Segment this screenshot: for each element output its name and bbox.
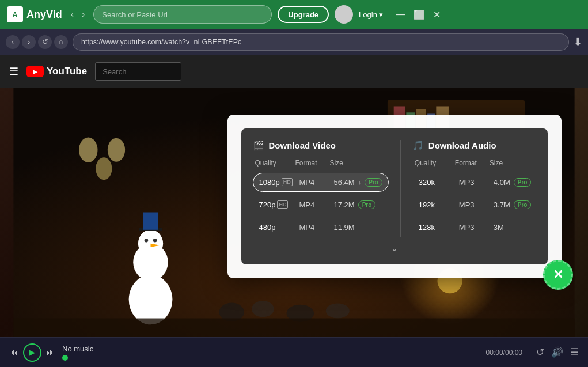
time-total: 00:00	[505, 349, 522, 357]
audio-download-rows: 320k MP3 4.0M Pro 192k MP3	[412, 173, 538, 237]
video-download-section: 🎬 Download Video Quality Format Size 108…	[253, 140, 401, 237]
url-text: https://www.youtube.com/watch?v=nLGBEETt…	[81, 38, 241, 46]
browser-bar: ‹ › ↺ ⌂ https://www.youtube.com/watch?v=…	[0, 29, 588, 55]
app-logo: A AnyVid	[7, 6, 62, 22]
video-section-icon: 🎬	[253, 140, 264, 151]
svg-rect-19	[143, 213, 158, 230]
logo-icon: A	[7, 6, 23, 22]
download-sections: 🎬 Download Video Quality Format Size 108…	[253, 140, 536, 237]
browser-forward-button[interactable]: ›	[22, 35, 36, 49]
close-button[interactable]: ✕	[431, 9, 442, 20]
maximize-button[interactable]: ⬜	[412, 9, 427, 20]
next-track-button[interactable]: ⏭	[46, 347, 55, 358]
youtube-search-input[interactable]	[95, 62, 181, 81]
download-page-button[interactable]: ⬇	[574, 36, 582, 48]
url-bar[interactable]: https://www.youtube.com/watch?v=nLGBEETt…	[73, 33, 569, 51]
title-forward-arrow[interactable]: ›	[79, 8, 88, 21]
svg-rect-26	[13, 319, 574, 337]
hamburger-menu[interactable]: ☰	[9, 65, 18, 78]
upgrade-button[interactable]: Upgrade	[278, 6, 329, 23]
previous-track-button[interactable]: ⏮	[9, 347, 18, 358]
svg-point-12	[129, 275, 173, 325]
youtube-logo: ▶ YouTube	[26, 66, 87, 77]
play-icon: ▶	[29, 348, 35, 357]
minimize-button[interactable]: —	[394, 9, 407, 20]
track-info: No music	[62, 345, 131, 361]
audio-row-128k[interactable]: 128k MP3 3M	[412, 218, 538, 237]
title-search-input[interactable]	[102, 10, 263, 19]
svg-point-16	[153, 239, 157, 242]
svg-point-11	[108, 138, 125, 162]
player-controls: ⏮ ▶ ⏭	[9, 343, 55, 362]
expand-more-button[interactable]: ⌄	[253, 244, 536, 253]
video-section-title: 🎬 Download Video	[253, 140, 389, 151]
youtube-logo-text: YouTube	[47, 66, 87, 77]
svg-point-23	[326, 304, 350, 319]
svg-point-10	[96, 157, 112, 180]
youtube-logo-icon: ▶	[26, 66, 44, 77]
repeat-button[interactable]: ↺	[536, 346, 544, 358]
svg-point-15	[145, 239, 148, 242]
play-pause-button[interactable]: ▶	[23, 343, 41, 362]
audio-section-title: 🎵 Download Audio	[412, 140, 538, 151]
browser-refresh-button[interactable]: ↺	[38, 35, 52, 49]
player-bar: ⏮ ▶ ⏭ No music 00:00/00:00 ↺ 🔊 ☰	[0, 337, 588, 367]
login-button[interactable]: Login ▾	[359, 10, 383, 19]
video-row-720p[interactable]: 720p HD MP4 17.2M Pro	[253, 195, 389, 214]
close-download-overlay-button[interactable]: ✕	[543, 260, 573, 290]
audio-row-192k[interactable]: 192k MP3 3.7M Pro	[412, 195, 538, 214]
playlist-button[interactable]: ☰	[570, 346, 579, 358]
download-panel: 🎬 Download Video Quality Format Size 108…	[241, 128, 548, 264]
video-row-1080p[interactable]: 1080p HD MP4 56.4M ↓ Pro	[253, 173, 389, 192]
video-row-480p[interactable]: 480p MP4 11.9M	[253, 218, 389, 237]
track-progress-dot	[62, 355, 68, 361]
track-name: No music	[62, 345, 131, 353]
title-search-bar[interactable]	[93, 5, 272, 24]
volume-button[interactable]: 🔊	[551, 346, 563, 358]
video-download-rows: 1080p HD MP4 56.4M ↓ Pro	[253, 173, 389, 237]
browser-navigation: ‹ › ↺ ⌂	[6, 35, 68, 49]
audio-section-icon: 🎵	[412, 140, 424, 151]
download-overlay: 🎬 Download Video Quality Format Size 108…	[227, 115, 562, 278]
video-col-headers: Quality Format Size	[253, 159, 389, 167]
window-controls: — ⬜ ✕	[394, 9, 442, 20]
browser-back-button[interactable]: ‹	[6, 35, 20, 49]
time-current: 00:00	[486, 349, 503, 357]
time-display: 00:00/00:00	[486, 349, 522, 357]
svg-point-21	[252, 301, 274, 317]
audio-col-headers: Quality Format Size	[412, 159, 538, 167]
svg-point-9	[79, 138, 97, 162]
audio-row-320k[interactable]: 320k MP3 4.0M Pro	[412, 173, 538, 192]
avatar[interactable]	[335, 5, 353, 24]
youtube-header: ☰ ▶ YouTube	[0, 55, 588, 88]
player-right-controls: ↺ 🔊 ☰	[536, 346, 579, 358]
main-content-area: ☰ ▶ YouTube	[0, 55, 588, 337]
audio-download-section: 🎵 Download Audio Quality Format Size 320…	[401, 140, 538, 237]
app-name: AnyVid	[26, 9, 62, 21]
title-bar: A AnyVid ‹ › Upgrade Login ▾ — ⬜ ✕	[0, 0, 588, 29]
title-nav-arrows: ‹ ›	[68, 8, 88, 21]
title-back-arrow[interactable]: ‹	[68, 8, 77, 21]
browser-home-button[interactable]: ⌂	[54, 35, 68, 49]
